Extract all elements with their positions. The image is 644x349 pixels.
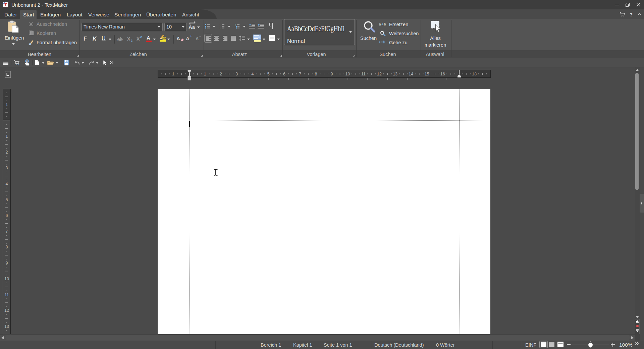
svg-text:4: 4 — [6, 182, 8, 186]
svg-text:12: 12 — [4, 308, 9, 313]
svg-text:5: 5 — [267, 72, 270, 76]
svg-text:9: 9 — [6, 261, 8, 266]
svg-text:4: 4 — [252, 72, 254, 76]
svg-text:12: 12 — [377, 72, 382, 76]
svg-text:3: 3 — [220, 27, 220, 29]
svg-text:8: 8 — [6, 245, 8, 249]
svg-text:3: 3 — [6, 166, 8, 170]
svg-text:11: 11 — [5, 292, 9, 297]
svg-text:15: 15 — [425, 72, 429, 76]
svg-text:14: 14 — [409, 72, 413, 76]
svg-text:18: 18 — [472, 72, 477, 76]
svg-text:1: 1 — [204, 72, 206, 76]
svg-text:3: 3 — [235, 72, 238, 76]
svg-text:6: 6 — [283, 72, 285, 76]
svg-text:6: 6 — [6, 213, 8, 218]
svg-text:11: 11 — [361, 72, 366, 76]
svg-text:a: a — [379, 22, 381, 26]
svg-text:1: 1 — [6, 102, 8, 107]
svg-text:13: 13 — [4, 324, 9, 329]
svg-text:7: 7 — [6, 229, 8, 234]
svg-text:1: 1 — [235, 24, 236, 26]
svg-text:13: 13 — [393, 72, 397, 76]
svg-text:b: b — [384, 22, 386, 26]
svg-text:10: 10 — [4, 277, 9, 281]
svg-text:2: 2 — [220, 72, 222, 76]
svg-text:2: 2 — [6, 150, 8, 155]
svg-text:8: 8 — [315, 72, 317, 76]
svg-text:10: 10 — [345, 72, 350, 76]
svg-text:ab: ab — [163, 37, 166, 40]
svg-text:9: 9 — [331, 72, 333, 76]
svg-text:1: 1 — [172, 72, 174, 76]
svg-text:5: 5 — [6, 197, 8, 202]
svg-text:7: 7 — [299, 72, 301, 76]
svg-text:1: 1 — [6, 134, 8, 139]
svg-text:16: 16 — [440, 72, 445, 76]
